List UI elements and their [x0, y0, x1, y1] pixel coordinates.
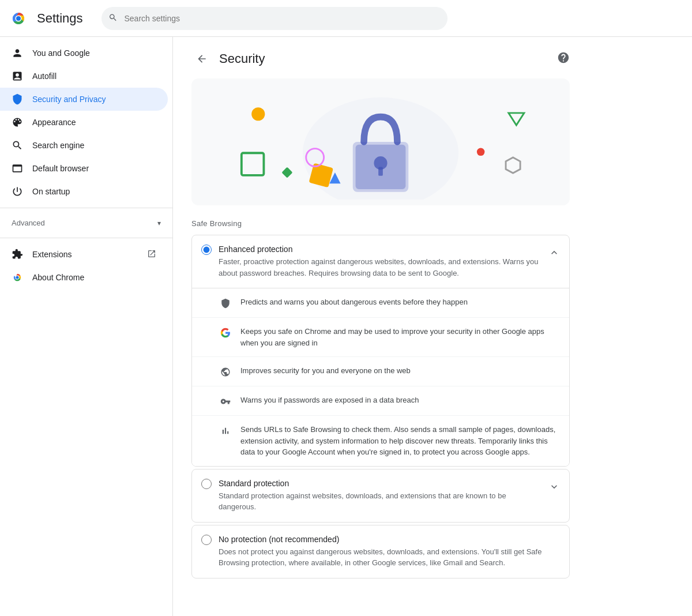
- app-title: Settings: [37, 11, 83, 26]
- globe-icon: [220, 366, 231, 378]
- standard-radio[interactable]: [201, 479, 212, 489]
- no-protection-title: No protection (not recommended): [219, 535, 560, 544]
- sidebar-item-label: Security and Privacy: [32, 95, 106, 104]
- sidebar-item-label: On startup: [32, 187, 70, 196]
- standard-option-text: Standard protection Standard protection …: [219, 479, 541, 513]
- sidebar-item-security-privacy[interactable]: Security and Privacy: [0, 88, 168, 111]
- detail-item-google: Keeps you safe on Chrome and may be used…: [192, 318, 569, 357]
- sidebar-item-autofill[interactable]: Autofill: [0, 65, 168, 88]
- chevron-up-icon: [548, 247, 560, 261]
- google-icon: [220, 327, 231, 339]
- sidebar-advanced-section[interactable]: Advanced ▾: [0, 213, 172, 233]
- external-link-icon: [147, 249, 156, 260]
- sidebar-item-label: You and Google: [32, 48, 90, 58]
- appearance-icon: [12, 117, 23, 128]
- person-icon: [12, 47, 23, 59]
- svg-point-5: [16, 276, 19, 279]
- sidebar-item-label: Extensions: [32, 250, 72, 259]
- detail-item-predict: Predicts and warns you about dangerous e…: [192, 288, 569, 318]
- section-label: Safe Browsing: [173, 219, 588, 235]
- no-protection-option-text: No protection (not recommended) Does not…: [219, 535, 560, 569]
- hero-illustration: [191, 78, 570, 205]
- svg-rect-12: [242, 153, 264, 175]
- svg-point-17: [477, 148, 485, 156]
- page-header: Security: [173, 37, 588, 78]
- detail-text-data: Sends URLs to Safe Browsing to check the…: [240, 424, 560, 458]
- standard-desc: Standard protection against websites, do…: [219, 490, 541, 513]
- bar-chart-icon: [220, 425, 231, 437]
- sidebar-item-label: Autofill: [32, 72, 57, 81]
- sidebar-item-default-browser[interactable]: Default browser: [0, 157, 168, 180]
- detail-text-key: Warns you if passwords are exposed in a …: [240, 395, 419, 406]
- puzzle-icon: [12, 249, 23, 260]
- page-title: Security: [219, 51, 265, 66]
- detail-text-predict: Predicts and warns you about dangerous e…: [240, 296, 468, 308]
- enhanced-details: Predicts and warns you about dangerous e…: [192, 288, 569, 466]
- sidebar-item-label: Search engine: [32, 141, 84, 150]
- shield-icon: [12, 93, 23, 105]
- detail-text-google: Keeps you safe on Chrome and may be used…: [240, 326, 560, 348]
- sidebar-item-label: About Chrome: [32, 273, 84, 282]
- detail-item-key: Warns you if passwords are exposed in a …: [192, 386, 569, 416]
- browser-icon: [12, 163, 23, 174]
- enhanced-desc: Faster, proactive protection against dan…: [219, 256, 541, 279]
- help-icon[interactable]: [557, 51, 570, 67]
- svg-rect-13: [281, 167, 292, 178]
- sidebar-item-on-startup[interactable]: On startup: [0, 180, 168, 203]
- detail-item-data: Sends URLs to Safe Browsing to check the…: [192, 416, 569, 466]
- detail-text-globe: Improves security for you and everyone o…: [240, 365, 411, 377]
- standard-title: Standard protection: [219, 479, 541, 488]
- sidebar-item-you-and-google[interactable]: You and Google: [0, 42, 168, 65]
- topbar: Settings: [0, 0, 692, 37]
- back-button[interactable]: [191, 48, 212, 69]
- search-engine-icon: [12, 140, 23, 151]
- svg-marker-18: [506, 157, 520, 173]
- about-chrome-icon: [12, 272, 23, 283]
- sidebar-item-appearance[interactable]: Appearance: [0, 111, 168, 134]
- enhanced-title: Enhanced protection: [219, 245, 541, 254]
- no-protection-radio[interactable]: [201, 535, 212, 545]
- chevron-down-icon: ▾: [157, 219, 161, 227]
- enhanced-protection-card: Enhanced protection Faster, proactive pr…: [191, 235, 570, 467]
- enhanced-option-text: Enhanced protection Faster, proactive pr…: [219, 245, 541, 279]
- standard-protection-card: Standard protection Standard protection …: [191, 469, 570, 523]
- standard-protection-header[interactable]: Standard protection Standard protection …: [192, 469, 569, 522]
- search-icon: [108, 13, 118, 24]
- enhanced-radio[interactable]: [201, 245, 212, 255]
- sidebar-divider-2: [0, 238, 172, 238]
- main-content: Security: [173, 37, 692, 616]
- search-bar: [101, 7, 447, 30]
- sidebar-item-search-engine[interactable]: Search engine: [0, 134, 168, 157]
- chrome-logo: [9, 9, 28, 28]
- svg-point-3: [16, 16, 21, 21]
- sidebar-item-about-chrome[interactable]: About Chrome: [0, 266, 168, 289]
- svg-marker-19: [509, 113, 524, 125]
- shield-detail-icon: [220, 298, 231, 309]
- hero-svg: [191, 84, 570, 200]
- autofill-icon: [12, 70, 23, 82]
- no-protection-desc: Does not protect you against dangerous w…: [219, 546, 560, 569]
- detail-item-globe: Improves security for you and everyone o…: [192, 357, 569, 386]
- svg-rect-10: [378, 167, 383, 175]
- power-icon: [12, 186, 23, 197]
- sidebar-item-label: Default browser: [32, 164, 89, 173]
- sidebar-divider: [0, 208, 172, 208]
- enhanced-protection-header[interactable]: Enhanced protection Faster, proactive pr…: [192, 235, 569, 288]
- no-protection-header[interactable]: No protection (not recommended) Does not…: [192, 525, 569, 578]
- svg-point-11: [251, 107, 265, 121]
- chevron-down-icon-standard: [548, 481, 560, 495]
- sidebar-item-label: Appearance: [32, 118, 76, 127]
- search-input[interactable]: [101, 7, 447, 30]
- sidebar: You and Google Autofill Security and Pri…: [0, 37, 173, 616]
- sidebar-item-extensions[interactable]: Extensions: [0, 243, 168, 266]
- key-icon: [220, 396, 231, 407]
- advanced-label: Advanced: [12, 219, 45, 227]
- no-protection-card: No protection (not recommended) Does not…: [191, 525, 570, 579]
